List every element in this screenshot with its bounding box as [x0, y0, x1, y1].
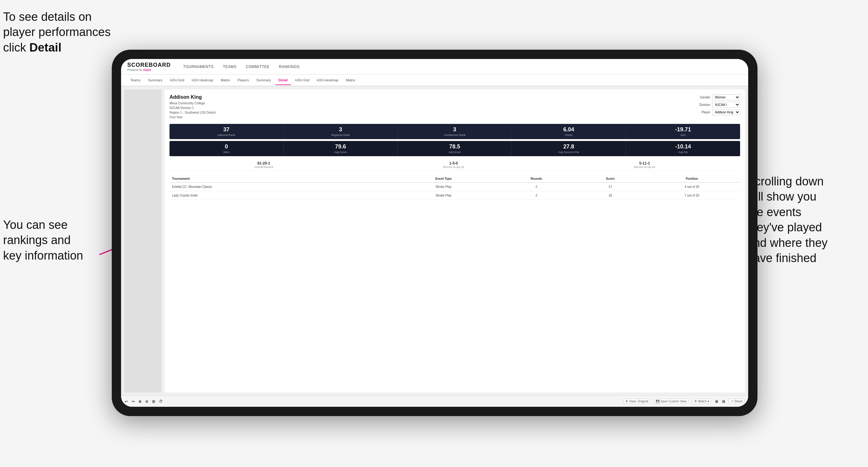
player-header: Addison King Mesa Community College NJCA… — [169, 94, 740, 120]
cell-position: 4 out of 20 — [644, 183, 740, 191]
sub-nav: Teams Summary H2H Grid H2H Heatmap Matri… — [121, 74, 748, 86]
annotation-bottom-left: You can see rankings and key information — [3, 217, 102, 263]
player-label: Player — [702, 111, 710, 114]
toolbar-zoom-out[interactable]: ⊖ — [145, 399, 148, 404]
tab-matrix2[interactable]: Matrix — [343, 76, 358, 85]
toolbar-redo[interactable]: ↪ — [132, 399, 135, 404]
tab-h2h-grid[interactable]: H2H Grid — [167, 76, 187, 85]
stat-cell-national-rank: 37National Rank — [169, 124, 284, 139]
player-controls: Gender Women Men Division NJCAA I — [700, 94, 740, 120]
gender-label: Gender — [700, 96, 710, 99]
toolbar-screen[interactable]: 🖥 — [715, 399, 718, 404]
table-row: Estella CC- Mountain Classic Stroke Play… — [169, 183, 740, 191]
division-label: Division — [700, 103, 710, 106]
stat-cell-wins: 0Wins — [169, 141, 284, 156]
save-custom-view-button[interactable]: 💾 Save Custom View — [654, 399, 688, 404]
share-icon: ↗ — [731, 400, 733, 403]
tablet-frame: SCOREBOARD Powered by clippd TOURNAMENTS… — [112, 50, 757, 416]
tab-h2h-grid2[interactable]: H2H Grid — [292, 76, 313, 85]
tab-summary2[interactable]: Summary — [253, 76, 274, 85]
division-row: Division NJCAA I NJCAA II — [700, 102, 740, 108]
col-score: Score — [577, 175, 644, 183]
nav-rankings[interactable]: RANKINGS — [279, 63, 300, 70]
detail-panel: Addison King Mesa Community College NJCA… — [164, 89, 745, 393]
stat-cell-conference-rank: 3Conference Rank — [398, 124, 512, 139]
cell-score: 16 — [577, 191, 644, 200]
cell-tournament: Estella CC- Mountain Classic — [169, 183, 391, 191]
stat-cell-avg-score: 79.6Avg Score — [284, 141, 398, 156]
main-content: Addison King Mesa Community College NJCA… — [121, 86, 748, 396]
division-select[interactable]: NJCAA I NJCAA II — [712, 102, 740, 108]
ann-r-1: Scrolling down — [747, 175, 824, 188]
cell-position: 7 out of 20 — [644, 191, 740, 200]
top-nav: SCOREBOARD Powered by clippd TOURNAMENTS… — [121, 59, 748, 74]
share-label: Share — [734, 400, 743, 403]
stat-cell-avg-score-to-par: 27.8Avg Score to Par — [512, 141, 626, 156]
gender-row: Gender Women Men — [700, 94, 740, 100]
toolbar-zoom-in[interactable]: ⊕ — [138, 399, 142, 404]
toolbar-grid[interactable]: ⊞ — [722, 399, 725, 404]
record-item: 91-20-1Overall Record — [254, 161, 273, 168]
tab-detail[interactable]: Detail — [275, 76, 291, 85]
cell-rounds: 2 — [496, 191, 577, 200]
col-position: Position — [644, 175, 740, 183]
stat-cell-adj-score: 78.5Adj Score — [398, 141, 512, 156]
toolbar-clock[interactable]: ⏱ — [159, 399, 163, 404]
tab-matrix[interactable]: Matrix — [218, 76, 233, 85]
eye-icon: 👁 — [625, 400, 628, 403]
view-original-label: View: Original — [629, 400, 649, 403]
watch-label: Watch ▾ — [698, 400, 709, 403]
player-name: Addison King — [169, 94, 216, 100]
logo-brand: clippd — [143, 68, 151, 71]
watch-icon: 👁 — [694, 400, 697, 403]
logo-powered: Powered by clippd — [127, 68, 171, 71]
player-region: Region 1 - Southwest (18) District — [169, 110, 216, 115]
nav-tournaments[interactable]: TOURNAMENTS — [183, 63, 214, 70]
save-custom-label: Save Custom View — [660, 400, 686, 403]
ann-bl-1: You can see — [3, 218, 68, 231]
table-row: Lady Coyote Invite Stroke Play 2 16 7 ou… — [169, 191, 740, 200]
stat-cell-points: 6.04Points — [512, 124, 626, 139]
ann-r-5: and where they — [747, 236, 828, 249]
toolbar-bottom: ↩ ↪ ⊕ ⊖ ⊞ ⏱ 👁 View: Original 💾 Save Cust… — [121, 396, 748, 407]
toolbar-undo[interactable]: ↩ — [125, 399, 128, 404]
player-division: NJCAA Division 1 — [169, 105, 216, 110]
nav-committee[interactable]: COMMITTEE — [246, 63, 270, 70]
tab-h2h-heatmap[interactable]: H2H Heatmap — [188, 76, 216, 85]
player-select[interactable]: Addison King — [712, 109, 740, 115]
tab-teams[interactable]: Teams — [127, 76, 144, 85]
cell-rounds: 2 — [496, 183, 577, 191]
annotation-right: Scrolling down will show you the events … — [747, 174, 865, 266]
player-info: Addison King Mesa Community College NJCA… — [169, 94, 216, 120]
player-college: Mesa Community College — [169, 101, 216, 105]
annotation-top-left: To see details on player performances cl… — [3, 9, 121, 55]
stat-cell-avg-sg: -10.14Avg SG — [626, 141, 740, 156]
stats-row1: 37National Rank3Regional Rank3Conference… — [169, 124, 740, 139]
annotation-detail-bold: Detail — [29, 41, 61, 54]
cell-tournament: Lady Coyote Invite — [169, 191, 391, 200]
stat-cell-sos: -19.71SoS — [626, 124, 740, 139]
ann-bl-2: rankings and — [3, 234, 71, 247]
tab-players[interactable]: Players — [235, 76, 252, 85]
tab-h2h-heatmap2[interactable]: H2H Heatmap — [314, 76, 342, 85]
logo-area: SCOREBOARD Powered by clippd — [127, 62, 171, 71]
sidebar — [124, 89, 161, 393]
player-year: First Year — [169, 115, 216, 120]
ann-bl-3: key information — [3, 249, 83, 262]
gender-select[interactable]: Women Men — [712, 94, 740, 100]
col-tournament: Tournament — [169, 175, 391, 183]
watch-button[interactable]: 👁 Watch ▾ — [692, 399, 711, 404]
app-container: SCOREBOARD Powered by clippd TOURNAMENTS… — [121, 59, 748, 407]
toolbar-layout[interactable]: ⊞ — [152, 399, 155, 404]
col-event-type: Event Type — [391, 175, 496, 183]
share-button[interactable]: ↗ Share — [729, 399, 744, 404]
logo-scoreboard: SCOREBOARD — [127, 62, 171, 68]
nav-teams[interactable]: TEAMS — [223, 63, 237, 70]
ann-r-4: they've played — [747, 221, 822, 234]
cell-score: 17 — [577, 183, 644, 191]
tournament-table: Tournament Event Type Rounds Score Posit… — [169, 175, 740, 200]
tab-summary[interactable]: Summary — [145, 76, 165, 85]
view-original-button[interactable]: 👁 View: Original — [623, 399, 650, 404]
stats-row2: 0Wins79.6Avg Score78.5Adj Score27.8Avg S… — [169, 141, 740, 156]
records-row: 91-20-1Overall Record1-5-0Record vs top … — [169, 159, 740, 171]
